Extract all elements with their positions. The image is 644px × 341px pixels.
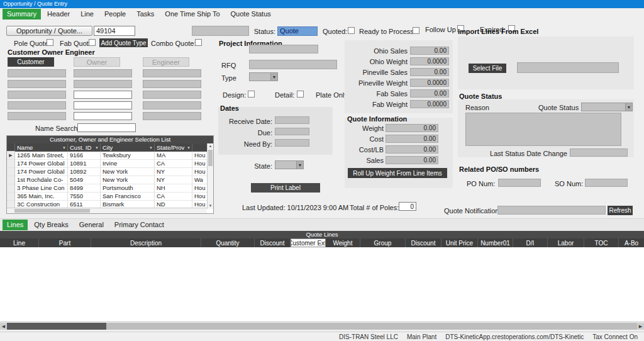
filter-icon[interactable]: ▼ bbox=[187, 146, 191, 150]
state-dropdown[interactable]: ▼ bbox=[275, 160, 304, 169]
po-num-label: PO Num: bbox=[467, 180, 495, 187]
ql-col-weight[interactable]: Weight bbox=[326, 238, 360, 247]
customer-button[interactable]: Customer bbox=[8, 57, 54, 67]
quoted-checkbox[interactable] bbox=[348, 27, 355, 34]
fab-weight-field: 0.0000 bbox=[410, 100, 449, 108]
refresh-button[interactable]: Refresh bbox=[608, 206, 633, 215]
tab-one-time-ship-to[interactable]: One Time Ship To bbox=[160, 9, 224, 20]
table-row[interactable]: 3 Phase Line Con 8499 Portsmouth NH Hou bbox=[7, 184, 207, 193]
col-header-partial[interactable] bbox=[192, 143, 207, 152]
ql-col-toc[interactable]: TOC bbox=[584, 238, 619, 247]
status-server: DTS-KineticApp.crestoperations.com/DTS-K… bbox=[445, 333, 584, 340]
row-selector[interactable] bbox=[7, 168, 15, 176]
row-selector[interactable]: ▶ bbox=[7, 152, 15, 160]
combo-quote-checkbox[interactable] bbox=[195, 39, 202, 46]
reason-textarea bbox=[465, 113, 621, 146]
design-checkbox[interactable] bbox=[248, 91, 255, 98]
cell-name: 3 Phase Line Con bbox=[15, 184, 68, 193]
filter-icon[interactable]: ▼ bbox=[149, 146, 153, 150]
scroll-down-icon[interactable]: ▼ bbox=[208, 203, 213, 209]
main-hscrollbar[interactable]: ◀ ▶ bbox=[0, 323, 644, 330]
scroll-left-icon[interactable]: ◀ bbox=[0, 323, 7, 330]
print-label-button[interactable]: Print Label bbox=[251, 183, 320, 193]
ql-col-line[interactable]: Line bbox=[0, 238, 39, 247]
status-tax-connect: Tax Connect On bbox=[592, 333, 638, 340]
total-poles-field[interactable]: 0 bbox=[399, 202, 416, 211]
scroll-up-icon[interactable]: ▲ bbox=[208, 143, 213, 149]
status-value-field[interactable]: Quote bbox=[277, 26, 318, 36]
col-header-name[interactable]: Name▼ bbox=[15, 143, 68, 152]
quote-lines-header: Line Part Description Quantity Discount … bbox=[0, 238, 644, 247]
col-header-state-prov[interactable]: State/Prov▼ bbox=[155, 143, 192, 152]
name-search-label: Name Search: bbox=[35, 125, 79, 132]
bottom-tab-primary-contact[interactable]: Primary Contact bbox=[110, 220, 169, 230]
ql-col-part[interactable]: Part bbox=[39, 238, 91, 247]
filter-icon[interactable]: ▼ bbox=[62, 146, 66, 150]
ql-col-number01[interactable]: Number01 bbox=[478, 238, 513, 247]
bottom-tab-qty-breaks[interactable]: Qty Breaks bbox=[30, 220, 72, 230]
col-header-cust-id[interactable]: Cust. ID▼ bbox=[68, 143, 101, 152]
quote-status-dropdown[interactable]: ▼ bbox=[581, 103, 633, 111]
tab-tasks[interactable]: Tasks bbox=[132, 9, 158, 20]
owner-field-4[interactable] bbox=[74, 101, 132, 109]
customer-field-2 bbox=[8, 80, 66, 88]
ql-col-labor[interactable]: Labor bbox=[548, 238, 584, 247]
tab-line[interactable]: Line bbox=[76, 9, 98, 20]
tab-summary[interactable]: Summary bbox=[3, 9, 41, 20]
name-search-input[interactable] bbox=[77, 123, 136, 132]
row-selector[interactable] bbox=[7, 160, 15, 168]
table-row[interactable]: 365 Main, Inc. 7550 San Francisco CA Hou bbox=[7, 193, 207, 201]
cell-state: NH bbox=[155, 184, 192, 193]
quote-lines-title: Quote Lines bbox=[0, 231, 644, 238]
table-row[interactable]: 174 Power Global 10891 Irvine CA Hou bbox=[7, 160, 207, 168]
opportunity-number-input[interactable]: 49104 bbox=[94, 26, 135, 36]
owner-button[interactable]: Owner bbox=[74, 57, 120, 67]
ql-col-di[interactable]: D/I bbox=[513, 238, 548, 247]
add-quote-type-button[interactable]: Add Quote Type bbox=[99, 38, 148, 47]
quote-lines-body[interactable] bbox=[0, 247, 644, 322]
ql-col-discount1[interactable]: Discount bbox=[255, 238, 291, 247]
ql-col-a-bo[interactable]: A-Bo bbox=[619, 238, 644, 247]
rollup-weight-button[interactable]: Roll Up Weight From Line Items bbox=[348, 168, 447, 178]
bottom-tab-lines[interactable]: Lines bbox=[3, 220, 28, 230]
selection-list-vscrollbar[interactable]: ▲ ▼ bbox=[207, 143, 213, 209]
table-row[interactable]: ▶ 1265 Main Street, 9166 Tewksbury MA Ho… bbox=[7, 152, 207, 160]
tab-people[interactable]: People bbox=[100, 9, 130, 20]
pineville-sales-label: Pineville Sales bbox=[345, 69, 408, 76]
ql-col-customer-ext[interactable]: Customer Ext. bbox=[291, 238, 326, 247]
col-header-city[interactable]: City▼ bbox=[101, 143, 155, 152]
row-selector[interactable] bbox=[7, 184, 15, 193]
filter-icon[interactable]: ▼ bbox=[95, 146, 99, 150]
quote-notifications-label: Quote Notifications: bbox=[444, 207, 504, 215]
select-file-button[interactable]: Select File bbox=[469, 64, 506, 73]
ql-col-unit-price[interactable]: Unit Price bbox=[441, 238, 478, 247]
tab-header[interactable]: Header bbox=[43, 9, 74, 20]
main-hscroll-thumb[interactable] bbox=[7, 323, 106, 330]
fab-quote-checkbox[interactable] bbox=[89, 39, 96, 46]
ql-col-group[interactable]: Group bbox=[360, 238, 406, 247]
owner-field-3[interactable] bbox=[74, 91, 132, 99]
selector-gutter-header bbox=[7, 143, 15, 152]
ql-col-quantity[interactable]: Quantity bbox=[201, 238, 255, 247]
table-row[interactable]: 1st Rochdale Co- 5049 New York NY Wa bbox=[7, 176, 207, 184]
ql-col-description[interactable]: Description bbox=[91, 238, 201, 247]
opportunity-quote-button[interactable]: Opportunity / Quote... bbox=[6, 26, 92, 36]
top-tab-bar: Summary Header Line People Tasks One Tim… bbox=[3, 9, 275, 20]
row-selector[interactable] bbox=[7, 193, 15, 201]
owner-field-5[interactable] bbox=[74, 112, 132, 120]
table-row[interactable]: 174 Power Global 10892 New York NY Hou bbox=[7, 168, 207, 176]
ql-col-discount2[interactable]: Discount bbox=[406, 238, 441, 247]
bottom-tab-general[interactable]: General bbox=[75, 220, 108, 230]
hscroll-thumb[interactable] bbox=[14, 209, 90, 213]
row-selector[interactable] bbox=[7, 176, 15, 184]
selection-list-hscrollbar[interactable] bbox=[7, 208, 207, 213]
vscroll-thumb[interactable] bbox=[208, 150, 213, 166]
detail-checkbox[interactable] bbox=[297, 91, 304, 98]
tab-quote-status[interactable]: Quote Status bbox=[226, 9, 275, 20]
engineer-button[interactable]: Engineer bbox=[143, 57, 189, 67]
pole-quote-checkbox[interactable] bbox=[47, 39, 53, 46]
type-dropdown[interactable]: ▼ bbox=[249, 72, 278, 81]
scroll-right-icon[interactable]: ▶ bbox=[637, 323, 644, 330]
ready-to-process-checkbox[interactable] bbox=[413, 27, 419, 34]
cell-city: Portsmouth bbox=[101, 184, 155, 193]
